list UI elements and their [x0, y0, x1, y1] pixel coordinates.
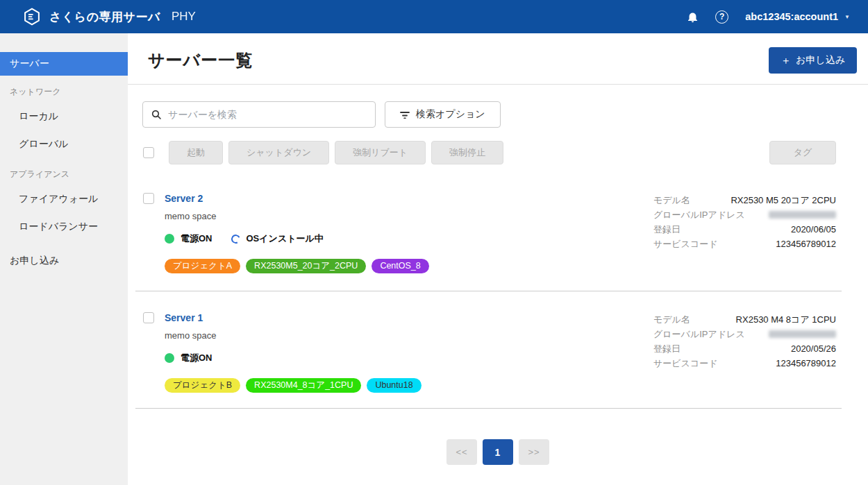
- tag-pill[interactable]: CentOS_8: [372, 259, 428, 273]
- detail-value: RX2530 M4 8コア 1CPU: [736, 312, 836, 327]
- search-options-label: 検索オプション: [416, 108, 485, 121]
- power-status-label: 電源ON: [181, 232, 212, 245]
- detail-label: グローバルIPアドレス: [653, 207, 745, 222]
- sidebar-item-loadbalancer[interactable]: ロードバランサー: [0, 213, 128, 241]
- force-stop-button[interactable]: 強制停止: [431, 141, 503, 164]
- top-bar: さくらの専用サーバ PHY ? abc12345:account1 ▼: [0, 0, 868, 33]
- server-search-input[interactable]: [168, 109, 367, 120]
- chevron-down-icon: ▼: [844, 13, 850, 20]
- detail-label: サービスコード: [653, 356, 718, 371]
- plus-icon: ＋: [781, 54, 791, 67]
- signup-button[interactable]: ＋ お申し込み: [769, 47, 857, 74]
- server-row: Server 2 memo space 電源ON OSインストール中 プロジェク…: [128, 164, 868, 291]
- server-details: モデル名 RX2530 M4 8コア 1CPU グローバルIPアドレス 登録日 …: [653, 312, 836, 371]
- detail-value: RX2530 M5 20コア 2CPU: [731, 193, 836, 207]
- server-details: モデル名 RX2530 M5 20コア 2CPU グローバルIPアドレス 登録日…: [653, 192, 836, 251]
- sidebar-section-appliance: アプライアンス: [0, 158, 128, 185]
- tag-button[interactable]: タグ: [769, 141, 836, 164]
- account-menu[interactable]: abc12345:account1 ▼: [745, 11, 850, 22]
- server-tags: プロジェクトA RX2530M5_20コア_2CPU CentOS_8: [165, 259, 653, 273]
- pagination: << 1 >>: [128, 409, 868, 465]
- detail-label: 登録日: [653, 222, 681, 237]
- os-status-label: OSインストール中: [247, 232, 324, 245]
- server-memo: memo space: [165, 330, 653, 341]
- search-options-button[interactable]: 検索オプション: [385, 101, 501, 128]
- tag-pill[interactable]: RX2530M5_20コア_2CPU: [246, 259, 366, 273]
- tag-pill[interactable]: プロジェクトB: [165, 378, 240, 393]
- signup-button-label: お申し込み: [796, 54, 845, 67]
- server-row-checkbox[interactable]: [143, 312, 154, 323]
- filter-icon: [400, 110, 410, 119]
- sidebar-section-network: ネットワーク: [0, 76, 128, 103]
- redacted-ip-value: [769, 211, 836, 219]
- main-content: サーバー一覧 ＋ お申し込み: [128, 33, 868, 485]
- tag-pill[interactable]: RX2530M4_8コア_1CPU: [246, 378, 361, 393]
- tag-pill[interactable]: Ubuntu18: [367, 378, 421, 393]
- help-icon[interactable]: ?: [715, 10, 728, 24]
- start-button[interactable]: 起動: [169, 141, 223, 164]
- account-name: abc12345:account1: [745, 11, 838, 22]
- page-title: サーバー一覧: [148, 49, 253, 71]
- detail-label: 登録日: [653, 341, 681, 356]
- search-icon: [151, 109, 162, 120]
- detail-value: 123456789012: [776, 237, 836, 251]
- detail-label: モデル名: [653, 312, 690, 327]
- os-install-spinner-icon: [230, 233, 242, 245]
- detail-label: サービスコード: [653, 237, 718, 251]
- pagination-first-button[interactable]: <<: [446, 439, 477, 465]
- power-status-label: 電源ON: [181, 352, 212, 364]
- server-tags: プロジェクトB RX2530M4_8コア_1CPU Ubuntu18: [165, 378, 653, 393]
- redacted-ip-value: [769, 330, 836, 338]
- server-name-link[interactable]: Server 1: [165, 312, 203, 323]
- sidebar-item-signup[interactable]: お申し込み: [0, 249, 128, 273]
- server-name-link[interactable]: Server 2: [165, 193, 203, 204]
- sidebar-item-server[interactable]: サーバー: [0, 52, 128, 76]
- detail-value: 2020/05/26: [791, 341, 836, 356]
- pagination-page-1-button[interactable]: 1: [483, 439, 513, 465]
- detail-value: 123456789012: [776, 356, 836, 371]
- hexagon-logo-icon: [22, 7, 42, 26]
- sidebar: サーバー ネットワーク ローカル グローバル アプライアンス ファイアウォール …: [0, 33, 128, 485]
- power-on-status-icon: [165, 353, 174, 363]
- notification-bell-icon[interactable]: [687, 10, 699, 24]
- sidebar-item-local[interactable]: ローカル: [0, 103, 128, 130]
- pagination-last-button[interactable]: >>: [519, 439, 549, 465]
- server-memo: memo space: [165, 211, 653, 221]
- app-title-suffix: PHY: [172, 10, 196, 24]
- server-search-box: [142, 101, 376, 128]
- shutdown-button[interactable]: シャットダウン: [228, 141, 329, 164]
- server-row-checkbox[interactable]: [143, 193, 154, 204]
- power-on-status-icon: [165, 234, 174, 244]
- detail-label: モデル名: [653, 193, 690, 207]
- sidebar-item-global[interactable]: グローバル: [0, 130, 128, 158]
- detail-label: グローバルIPアドレス: [653, 327, 745, 341]
- select-all-checkbox[interactable]: [143, 147, 154, 158]
- force-reboot-button[interactable]: 強制リブート: [335, 141, 426, 164]
- app-logo-brand[interactable]: さくらの専用サーバ PHY: [22, 7, 196, 26]
- sidebar-item-firewall[interactable]: ファイアウォール: [0, 185, 128, 213]
- detail-value: 2020/06/05: [791, 222, 836, 237]
- tag-pill[interactable]: プロジェクトA: [165, 259, 240, 273]
- server-row: Server 1 memo space 電源ON プロジェクトB RX2530M…: [128, 291, 868, 408]
- app-title: さくらの専用サーバ: [49, 9, 160, 25]
- top-bar-right: ? abc12345:account1 ▼: [687, 10, 850, 24]
